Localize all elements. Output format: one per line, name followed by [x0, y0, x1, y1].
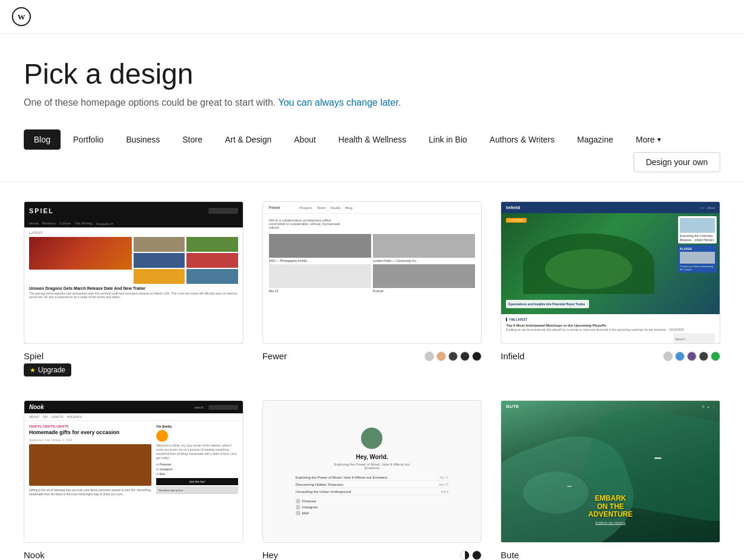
theme-name-fewer: Fewer: [262, 351, 425, 361]
filter-link-in-bio[interactable]: Link in Bio: [419, 129, 477, 150]
filter-business[interactable]: Business: [116, 129, 170, 150]
swatch[interactable]: [711, 352, 720, 361]
upgrade-badge-spiel[interactable]: ★ Upgrade: [24, 363, 71, 377]
theme-footer-infield: Infield: [501, 351, 720, 361]
theme-footer-fewer: Fewer: [262, 351, 482, 361]
theme-preview-bute: BUTE ☰ ● ⋮ EMBARKON THEADVENTURE Explore…: [501, 400, 720, 543]
theme-card-spiel[interactable]: SPIEL Home Reviews Culture The Writing F…: [24, 201, 243, 377]
theme-card-nook[interactable]: Nook search... ABOUT DIY CRAFTS HOLIDAYS…: [24, 400, 243, 560]
theme-name-bute: Bute: [501, 550, 720, 560]
filter-magazine[interactable]: Magazine: [567, 129, 623, 150]
swatch[interactable]: [699, 352, 708, 361]
filter-blog[interactable]: Blog: [24, 129, 61, 150]
theme-footer-spiel: Spiel ★ Upgrade: [24, 351, 243, 377]
subtitle-text: One of these homepage options could be g…: [24, 97, 278, 107]
page-header: Pick a design One of these homepage opti…: [0, 34, 744, 120]
theme-swatches-fewer: [425, 352, 482, 361]
chevron-down-icon: ▾: [657, 135, 661, 144]
filter-art-design[interactable]: Art & Design: [215, 129, 282, 150]
theme-name-infield: Infield: [501, 351, 663, 361]
design-own-button[interactable]: Design your own: [634, 152, 720, 172]
themes-grid: SPIEL Home Reviews Culture The Writing F…: [0, 201, 744, 560]
theme-card-hey[interactable]: Hey, World. Exploring the Power of Music…: [262, 400, 482, 560]
filter-health-wellness[interactable]: Health & Wellness: [328, 129, 416, 150]
theme-footer-nook: Nook: [24, 550, 243, 560]
top-bar: W: [0, 0, 744, 34]
filter-portfolio[interactable]: Portfolio: [63, 129, 113, 150]
theme-card-bute[interactable]: BUTE ☰ ● ⋮ EMBARKON THEADVENTURE Explore…: [501, 400, 720, 560]
swatch[interactable]: [436, 352, 446, 361]
theme-footer-hey: Hey: [262, 550, 482, 560]
theme-preview-nook: Nook search... ABOUT DIY CRAFTS HOLIDAYS…: [24, 400, 243, 543]
swatch[interactable]: [687, 352, 696, 361]
swatch[interactable]: [460, 550, 470, 560]
filter-more[interactable]: More ▾: [626, 129, 671, 150]
filter-store[interactable]: Store: [172, 129, 212, 150]
swatch[interactable]: [663, 352, 673, 361]
theme-card-fewer[interactable]: Fewer Projects Team Studio Blog We're a …: [262, 201, 482, 377]
page-title: Pick a design: [24, 58, 720, 90]
theme-preview-spiel: SPIEL Home Reviews Culture The Writing F…: [24, 201, 243, 344]
subtitle-link[interactable]: You can always change later.: [278, 97, 401, 107]
theme-name-hey: Hey: [262, 550, 461, 560]
page-subtitle: One of these homepage options could be g…: [24, 97, 720, 108]
swatch[interactable]: [675, 352, 685, 361]
filter-about[interactable]: About: [284, 129, 326, 150]
swatch[interactable]: [425, 352, 434, 361]
swatch[interactable]: [448, 352, 458, 361]
star-icon: ★: [30, 366, 36, 374]
filter-authors-writers[interactable]: Authors & Writers: [480, 129, 565, 150]
swatch[interactable]: [472, 352, 482, 361]
theme-preview-infield: Infield • • • About FEATURED: [501, 201, 720, 344]
swatch[interactable]: [460, 352, 470, 361]
theme-footer-bute: Bute: [501, 550, 720, 560]
theme-swatches-infield: [663, 352, 720, 361]
wordpress-logo[interactable]: W: [12, 7, 31, 26]
swatch[interactable]: [472, 550, 482, 560]
theme-swatches-hey: [460, 550, 482, 560]
theme-preview-fewer: Fewer Projects Team Studio Blog We're a …: [262, 201, 482, 344]
svg-text:W: W: [18, 12, 26, 21]
theme-preview-hey: Hey, World. Exploring the Power of Music…: [262, 400, 482, 543]
theme-name-nook: Nook: [24, 550, 243, 560]
theme-card-infield[interactable]: Infield • • • About FEATURED: [501, 201, 720, 377]
theme-name-spiel: Spiel: [24, 351, 243, 361]
filter-nav: Blog Portfolio Business Store Art & Desi…: [0, 120, 744, 182]
